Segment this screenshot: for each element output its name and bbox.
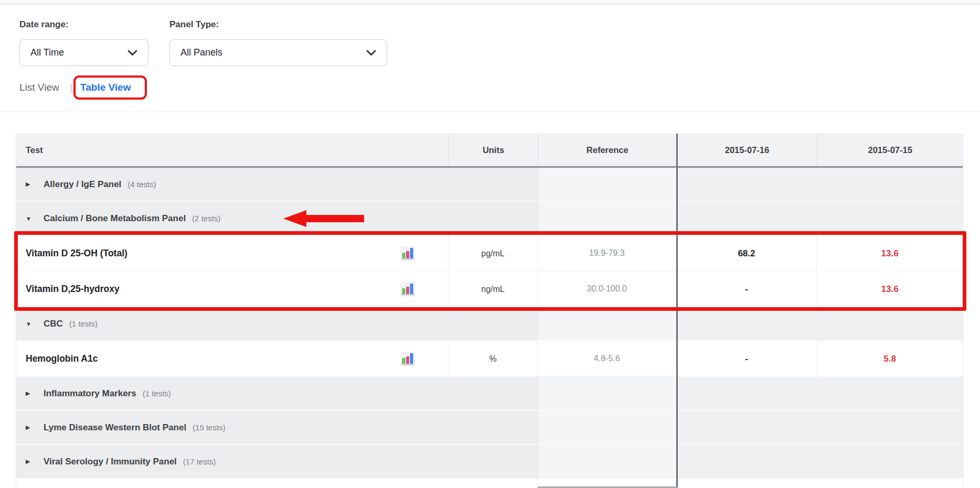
units-value bbox=[449, 202, 538, 235]
results-table: Test Units Reference 2015-07-16 2015-07-… bbox=[16, 134, 963, 488]
result-value-col1: - bbox=[677, 272, 817, 307]
test-cell: Vitamin D 25-OH (Total) bbox=[16, 236, 449, 271]
panel-name: Calcium / Bone Metabolism Panel bbox=[44, 213, 186, 224]
column-header-test[interactable]: Test bbox=[16, 134, 449, 166]
reference-range bbox=[538, 168, 677, 201]
reference-range bbox=[538, 202, 677, 235]
panel-group-row[interactable]: ▼ Calcium / Bone Metabolism Panel (2 tes… bbox=[16, 202, 963, 236]
test-name: Vitamin D,25-hydroxy bbox=[26, 284, 120, 295]
date-range-select[interactable]: All Time bbox=[19, 39, 148, 66]
reference-range: 4.8-5.6 bbox=[538, 341, 677, 376]
result-value-col1 bbox=[677, 168, 817, 201]
test-cell: ▼ Calcium / Bone Metabolism Panel (2 tes… bbox=[16, 202, 449, 235]
date-range-label: Date range: bbox=[19, 19, 69, 30]
browser-chrome-strip bbox=[0, 0, 980, 5]
date-range-selected-value: All Time bbox=[30, 47, 64, 58]
panel-type-selected-value: All Panels bbox=[180, 47, 222, 58]
table-view-link[interactable]: Table View bbox=[80, 82, 131, 93]
reference-range: 19.9-79.3 bbox=[538, 236, 677, 271]
result-value-col2: 13.6 bbox=[817, 236, 963, 271]
units-value bbox=[449, 411, 538, 444]
test-cell: Vitamin D,25-hydroxy bbox=[16, 272, 449, 307]
table-header-row: Test Units Reference 2015-07-16 2015-07-… bbox=[16, 134, 963, 168]
panel-name: Viral Serology / Immunity Panel bbox=[44, 457, 177, 467]
test-cell: ▶ Inflammatory Markers (1 tests) bbox=[16, 377, 449, 410]
result-value-col1: - bbox=[677, 341, 817, 376]
units-value bbox=[449, 377, 538, 410]
result-value-col2 bbox=[817, 307, 963, 340]
result-value-col2 bbox=[817, 377, 963, 410]
panel-test-count: (15 tests) bbox=[193, 423, 226, 432]
table-body: ▶ Allergy / IgE Panel (4 tests) ▼ Calciu… bbox=[16, 168, 963, 479]
column-header-date-1[interactable]: 2015-07-16 bbox=[677, 134, 817, 166]
units-value: pg/mL bbox=[449, 236, 538, 271]
panel-group-row[interactable]: ▼ CBC (1 tests) bbox=[16, 307, 963, 341]
result-value-col1 bbox=[677, 307, 817, 340]
test-cell: ▶ Lyme Disease Western Blot Panel (15 te… bbox=[16, 411, 449, 444]
units-value bbox=[449, 307, 538, 340]
result-value-col2 bbox=[817, 168, 963, 201]
panel-name: Allergy / IgE Panel bbox=[44, 179, 121, 190]
result-value-col2 bbox=[817, 445, 963, 478]
test-result-row: Vitamin D 25-OH (Total) pg/mL 19.9-79.3 … bbox=[16, 236, 963, 272]
panel-test-count: (1 tests) bbox=[69, 319, 98, 328]
test-cell: Hemoglobin A1c bbox=[16, 341, 449, 376]
test-result-row: Hemoglobin A1c % 4.8-5.6 - 5.8 bbox=[16, 341, 963, 377]
reference-range bbox=[538, 307, 677, 340]
panel-group-row[interactable]: ▶ Lyme Disease Western Blot Panel (15 te… bbox=[16, 411, 963, 445]
column-header-units[interactable]: Units bbox=[449, 134, 538, 166]
bar-chart-icon[interactable] bbox=[400, 246, 416, 262]
section-divider bbox=[0, 112, 980, 112]
result-value-col2 bbox=[817, 202, 963, 235]
expand-toggle-icon[interactable]: ▶ bbox=[26, 424, 44, 431]
result-value-col1 bbox=[677, 377, 817, 410]
panel-group-row[interactable]: ▶ Allergy / IgE Panel (4 tests) bbox=[16, 168, 963, 202]
reference-range bbox=[538, 411, 677, 444]
panel-test-count: (17 tests) bbox=[183, 457, 216, 466]
panel-group-row[interactable]: ▶ Viral Serology / Immunity Panel (17 te… bbox=[16, 445, 963, 479]
expand-toggle-icon[interactable]: ▼ bbox=[26, 321, 44, 327]
units-value: ng/mL bbox=[449, 272, 538, 307]
panel-test-count: (1 tests) bbox=[143, 389, 171, 398]
expand-toggle-icon[interactable]: ▶ bbox=[26, 390, 44, 397]
result-value-col2 bbox=[817, 411, 963, 444]
lab-results-page: Date range: Panel Type: All Time All Pan… bbox=[0, 0, 980, 488]
panel-name: CBC bbox=[44, 319, 63, 329]
result-value-col2: 13.6 bbox=[817, 272, 963, 307]
test-result-row: Vitamin D,25-hydroxy ng/mL 30.0-100.0 - … bbox=[16, 272, 963, 307]
units-value: % bbox=[449, 341, 538, 376]
panel-test-count: (2 tests) bbox=[192, 214, 220, 223]
result-value-col1 bbox=[677, 202, 817, 235]
reference-range bbox=[538, 445, 677, 478]
units-value bbox=[449, 168, 538, 201]
column-header-reference[interactable]: Reference bbox=[538, 134, 677, 166]
view-toggle-separator: | bbox=[70, 82, 72, 93]
result-value-col1 bbox=[677, 411, 817, 444]
panel-name: Inflammatory Markers bbox=[44, 388, 136, 399]
reference-range: 30.0-100.0 bbox=[538, 272, 677, 307]
panel-group-row[interactable]: ▶ Inflammatory Markers (1 tests) bbox=[16, 377, 963, 411]
test-name: Hemoglobin A1c bbox=[26, 353, 98, 364]
result-value-col1: 68.2 bbox=[677, 236, 817, 271]
expand-toggle-icon[interactable]: ▶ bbox=[26, 181, 44, 188]
panel-name: Lyme Disease Western Blot Panel bbox=[44, 422, 186, 433]
panel-type-label: Panel Type: bbox=[169, 19, 219, 30]
chevron-down-icon bbox=[366, 50, 376, 56]
panel-test-count: (4 tests) bbox=[127, 180, 156, 189]
units-value bbox=[449, 445, 538, 478]
panel-type-select[interactable]: All Panels bbox=[169, 39, 387, 66]
bar-chart-icon[interactable] bbox=[400, 281, 416, 297]
expand-toggle-icon[interactable]: ▼ bbox=[26, 215, 44, 222]
test-cell: ▼ CBC (1 tests) bbox=[16, 307, 449, 340]
table-row-partial bbox=[16, 479, 963, 488]
test-cell: ▶ Allergy / IgE Panel (4 tests) bbox=[16, 168, 449, 201]
result-value-col2: 5.8 bbox=[817, 341, 963, 376]
test-name: Vitamin D 25-OH (Total) bbox=[26, 248, 127, 259]
reference-range bbox=[538, 377, 677, 410]
bar-chart-icon[interactable] bbox=[400, 351, 416, 367]
chevron-down-icon bbox=[127, 50, 137, 56]
expand-toggle-icon[interactable]: ▶ bbox=[26, 458, 44, 465]
column-header-date-2[interactable]: 2015-07-15 bbox=[817, 134, 963, 166]
list-view-link[interactable]: List View bbox=[19, 82, 59, 93]
test-cell: ▶ Viral Serology / Immunity Panel (17 te… bbox=[16, 445, 449, 478]
